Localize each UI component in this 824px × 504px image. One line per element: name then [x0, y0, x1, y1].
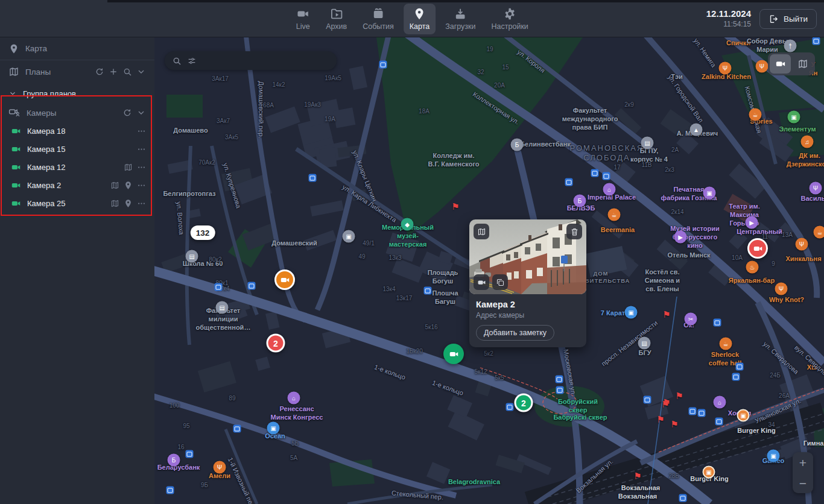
tab-archive[interactable]: Архив	[320, 4, 353, 34]
gear-icon	[503, 7, 516, 20]
sidebar-item-plans[interactable]: Планы	[0, 60, 154, 83]
tab-label: События	[363, 22, 394, 31]
events-icon	[372, 7, 385, 20]
camera-name: Камера 25	[27, 199, 66, 208]
camera-name: Камера 2	[27, 181, 61, 190]
camera-row-actions	[137, 127, 146, 136]
camera-marker[interactable]	[443, 344, 464, 364]
zoom-in-button[interactable]: +	[793, 456, 813, 469]
popup-copy-button[interactable]	[492, 274, 508, 290]
videocam-icon	[477, 278, 486, 287]
camera-marker[interactable]	[274, 269, 295, 290]
chevron-down-icon[interactable]	[136, 67, 146, 77]
toggle-cameras-button[interactable]	[770, 54, 791, 74]
map-icon	[8, 66, 19, 77]
camera-icon	[11, 198, 21, 209]
dots-menu-icon[interactable]	[137, 127, 146, 136]
layer-toggle	[768, 52, 815, 75]
tab-label: Карта	[410, 22, 429, 31]
search-icon[interactable]	[172, 56, 182, 66]
main-nav: Live Архив События Карта Загрузки Настро…	[290, 0, 534, 37]
refresh-icon[interactable]	[122, 108, 132, 118]
group-plans-label: Группа планов	[23, 89, 76, 98]
toggle-plans-button[interactable]	[792, 54, 813, 74]
zoom-out-button[interactable]: −	[793, 477, 813, 490]
map-icon[interactable]	[110, 199, 119, 208]
sidebar-item-map[interactable]: Карта	[0, 37, 154, 60]
pin-icon	[8, 43, 19, 54]
camera-list-item[interactable]: Камера 25	[0, 194, 154, 212]
camera-row-actions	[110, 199, 146, 208]
popup-live-button[interactable]	[474, 274, 489, 290]
cluster-count-marker[interactable]: 132	[191, 225, 215, 240]
popup-body: Камера 2 Адрес камеры Добавить заметку	[469, 294, 586, 347]
dots-menu-icon[interactable]	[137, 181, 146, 190]
add-plan-icon[interactable]	[109, 67, 118, 77]
dots-menu-icon[interactable]	[137, 145, 146, 154]
camera-icon	[11, 144, 21, 154]
chevron-down-icon	[8, 89, 17, 98]
popup-map-button[interactable]	[474, 224, 489, 239]
chevron-down-icon[interactable]	[136, 108, 146, 118]
camera-list: Камера 18 Камера 15 Камера 12 Камера 2 К…	[0, 122, 154, 212]
tab-label: Настройки	[492, 22, 528, 31]
tab-label: Live	[296, 22, 310, 31]
map-icon[interactable]	[124, 163, 133, 172]
download-icon	[454, 7, 467, 20]
search-input[interactable]	[202, 56, 329, 65]
camera-list-item[interactable]: Камера 15	[0, 140, 154, 158]
logout-icon	[769, 14, 779, 24]
cameras-actions	[122, 108, 146, 118]
sidebar-group-plans[interactable]: Группа планов	[0, 84, 154, 102]
tab-settings[interactable]: Настройки	[486, 4, 534, 34]
map-icon	[797, 58, 808, 69]
camera-name: Камера 12	[27, 163, 66, 172]
camera-marker[interactable]	[747, 238, 768, 259]
dots-menu-icon[interactable]	[137, 163, 146, 172]
camera-preview-photo[interactable]	[469, 219, 586, 294]
pin-icon	[413, 7, 426, 20]
topbar: Live Архив События Карта Загрузки Настро…	[0, 0, 824, 37]
tab-map[interactable]: Карта	[404, 4, 436, 34]
videocam-icon	[753, 244, 763, 254]
search-icon[interactable]	[122, 67, 132, 77]
videocam-icon	[775, 58, 786, 69]
map-icon	[477, 227, 486, 236]
popup-delete-button[interactable]	[566, 224, 582, 239]
refresh-icon[interactable]	[95, 67, 104, 77]
camera-name: Камера 15	[27, 145, 66, 154]
add-note-button[interactable]: Добавить заметку	[476, 325, 554, 341]
camera-row-actions	[110, 181, 146, 190]
camera-icon	[11, 126, 21, 136]
videocam-icon	[449, 349, 459, 359]
dots-menu-icon[interactable]	[137, 199, 146, 208]
time-label: 11:54:15	[723, 20, 751, 29]
camera-list-item[interactable]: Камера 18	[0, 122, 154, 140]
copy-icon	[496, 278, 505, 287]
sidebar-plans-label: Планы	[25, 68, 51, 77]
popup-camera-title: Камера 2	[476, 300, 580, 309]
camera-cluster-marker[interactable]: 2	[267, 334, 285, 353]
cameras-header-label: Камеры	[27, 109, 56, 118]
camera-group-icon	[8, 107, 21, 119]
tab-live[interactable]: Live	[290, 4, 316, 34]
filter-sliders-icon[interactable]	[187, 56, 197, 66]
map-search	[165, 51, 337, 70]
popup-camera-address: Адрес камеры	[476, 311, 580, 320]
map-canvas[interactable]: Школа № 60Факультет милиции общественной…	[154, 37, 824, 504]
tab-events[interactable]: События	[357, 4, 400, 34]
camera-cluster-marker[interactable]: 2	[515, 394, 533, 412]
camera-list-item[interactable]: Камера 2	[0, 176, 154, 194]
tab-label: Загрузки	[445, 22, 475, 31]
datetime: 12.11.2024 11:54:15	[706, 8, 751, 29]
sidebar-map-label: Карта	[25, 44, 47, 53]
tab-label: Архив	[326, 22, 347, 31]
tab-downloads[interactable]: Загрузки	[439, 4, 481, 34]
camera-list-item[interactable]: Камера 12	[0, 158, 154, 176]
pin-icon[interactable]	[124, 199, 133, 208]
sidebar-cameras-header[interactable]: Камеры	[0, 104, 154, 122]
topbar-right: 12.11.2024 11:54:15 Выйти	[706, 0, 817, 37]
map-icon[interactable]	[110, 181, 119, 190]
pin-icon[interactable]	[124, 181, 133, 190]
logout-button[interactable]: Выйти	[759, 9, 817, 29]
